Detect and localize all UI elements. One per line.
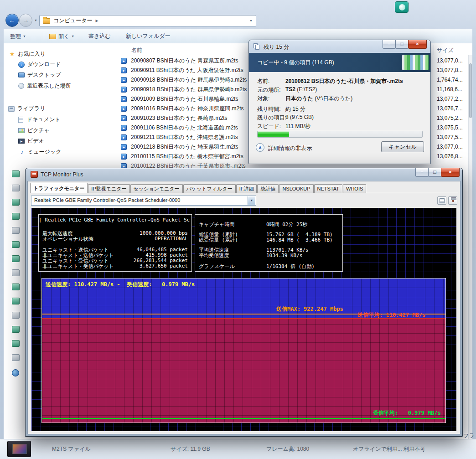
sidebar-tree-item-icon[interactable] <box>12 185 20 191</box>
copy-progress-bar <box>257 131 423 138</box>
sidebar-tree-item-icon[interactable] <box>12 213 20 220</box>
info-value: OPERATIONAL <box>155 236 188 242</box>
file-size: 11,168,6... <box>437 85 469 94</box>
network-globe-icon[interactable] <box>12 369 19 376</box>
sidebar-tree-item-icon[interactable] <box>12 354 20 361</box>
offline-availability-label: オフラインで利用... 利用不可 <box>353 445 425 453</box>
tab-session-monitor[interactable]: セッションモニター <box>130 184 183 193</box>
media-file-icon: ▶ <box>121 96 127 102</box>
media-file-icon: ▶ <box>121 77 127 83</box>
dialog-titlebar[interactable]: 残り 15 分 −□× <box>249 40 430 53</box>
tab-statistics[interactable]: 統計値 <box>257 184 279 193</box>
sidebar-tree-item-icon[interactable] <box>12 241 20 248</box>
tcp-monitor-body: トラフィックモニターIP監視モニターセッションモニターパケットフィルターIF詳細… <box>27 181 460 434</box>
copy-progress-dialog: 残り 15 分 −□× コピー中 - 9 個の項目 (114 GB) 名前: 2… <box>248 40 431 164</box>
field-value: 約 15 分 <box>285 105 305 113</box>
sidebar-tree-item-icon[interactable] <box>12 170 20 177</box>
tab-whois[interactable]: WHOIS <box>343 184 366 193</box>
scrollbar-thumb[interactable] <box>469 63 472 118</box>
tab-packet-filter[interactable]: パケットフィルター <box>183 184 236 193</box>
tab-nslookup[interactable]: NSLOOKUP <box>279 184 313 193</box>
close-button[interactable]: × <box>408 40 427 49</box>
file-size: 13,077,5... <box>437 133 469 142</box>
hide-details-toggle[interactable]: ∧ <box>256 143 264 152</box>
maximize-button[interactable]: □ <box>395 40 409 49</box>
graph-grid <box>42 278 445 423</box>
burn-label: 書き込む <box>88 33 111 39</box>
tab-traffic-monitor[interactable]: トラフィックモニター <box>30 183 88 193</box>
file-size: 1,764,74... <box>437 75 469 85</box>
file-size: 13,077,0... <box>437 142 469 152</box>
info-value: 1/16384 倍 (自動) <box>266 263 315 269</box>
media-file-icon: ▶ <box>121 115 127 121</box>
sidebar-tree-item-icon[interactable] <box>12 199 20 206</box>
adapter-select[interactable]: Realtek PCIe GBE Family Controller-QoS P… <box>31 196 256 206</box>
chevron-down-icon: ▼ <box>23 35 26 38</box>
new-folder-button[interactable]: 新しいフォルダー <box>126 31 171 41</box>
tab-if-detail[interactable]: IF詳細 <box>236 184 257 193</box>
organize-button[interactable]: 整理▼ <box>10 31 26 41</box>
report-icon <box>440 198 445 203</box>
adapter-select-value: Realtek PCIe GBE Family Controller-QoS P… <box>34 197 246 203</box>
field-value: TS2 (F:\TS2) <box>285 86 317 93</box>
forward-button[interactable]: → <box>19 14 32 27</box>
sidebar-tree-item-icon[interactable] <box>12 284 20 290</box>
combo-arrow-icon[interactable]: ▼ <box>248 196 255 205</box>
sidebar-tree-item-icon[interactable] <box>12 312 20 319</box>
info-label: グラフスケール <box>199 263 266 270</box>
field-value: 日本のうた (V:\日本のうた) <box>285 95 352 103</box>
breadcrumb[interactable]: コンピューター <box>53 17 92 25</box>
sidebar-tree-item-icon[interactable] <box>12 326 20 333</box>
info-value: 0時間 02分 25秒 <box>266 222 307 227</box>
address-bar[interactable]: コンピューター ▶ ▼ <box>39 15 256 26</box>
open-icon <box>49 34 56 39</box>
details-pane: M2TS ファイル サイズ: 11.9 GB フレーム高: 1080 オフライン… <box>0 439 476 459</box>
history-dropdown-icon[interactable]: ▼ <box>34 19 37 22</box>
sidebar-tree-item-icon[interactable] <box>12 255 20 262</box>
sidebar-tree-item-icon[interactable] <box>12 340 20 347</box>
capture-stats-panel: キャプチャ時間0時間 02分 25秒 総送信量 (累計)15.762 GB ( … <box>195 214 343 272</box>
report-button[interactable] <box>437 196 446 205</box>
address-dropdown-icon[interactable]: ▼ <box>249 19 253 22</box>
desktop-gadget-icon[interactable] <box>395 1 409 13</box>
field-label: 名前: <box>257 77 269 85</box>
pin-button[interactable] <box>448 196 457 205</box>
copy-files-icon <box>254 43 260 50</box>
hide-details-label[interactable]: 詳細情報の非表示 <box>268 144 312 152</box>
traffic-graph: 送信速度: 110.427 MB/s - 受信速度: 0.979 MB/s 送信… <box>41 278 446 423</box>
cancel-button[interactable]: キャンセル <box>381 141 424 152</box>
tcp-monitor-app-icon <box>31 171 38 178</box>
back-button[interactable]: ← <box>5 14 19 27</box>
close-button[interactable]: × <box>441 168 460 177</box>
vertical-scrollbar[interactable] <box>468 55 472 439</box>
field-label: 対象: <box>257 95 269 103</box>
tab-ip-monitor[interactable]: IP監視モニター <box>88 184 129 193</box>
window-controls: −□× <box>383 40 427 49</box>
tab-strip: トラフィックモニターIP監視モニターセッションモニターパケットフィルターIF詳細… <box>30 183 367 193</box>
chevron-down-icon: ▼ <box>71 35 74 38</box>
window-controls: −□× <box>416 168 460 177</box>
sidebar-tree-item-icon[interactable] <box>12 269 20 276</box>
window-titlebar[interactable]: TCP Monitor Plus −□× <box>26 168 462 181</box>
sidebar-tree-item-icon[interactable] <box>12 298 20 304</box>
minimize-button[interactable]: − <box>383 40 396 49</box>
open-label: 開く <box>58 33 69 40</box>
info-value: 1034.39 KB/s <box>266 253 302 258</box>
minimize-button[interactable]: − <box>415 168 429 177</box>
file-size: 13,076,7... <box>437 104 469 113</box>
tab-netstat[interactable]: NETSTAT <box>314 184 342 193</box>
organize-label: 整理 <box>10 33 21 40</box>
column-header-size[interactable]: サイズ <box>434 45 469 55</box>
media-file-icon: ▶ <box>121 144 127 150</box>
info-label: 総受信量 (累計) <box>199 237 266 243</box>
open-button[interactable]: 開く▼ <box>49 31 74 41</box>
sidebar-tree-item-icon[interactable] <box>12 227 20 234</box>
send-max-label: 送信MAX: 922.247 Mbps <box>276 305 343 313</box>
breadcrumb-separator-icon[interactable]: ▶ <box>95 19 98 23</box>
file-size: 13,077,2... <box>437 94 469 104</box>
burn-button[interactable]: 書き込む <box>88 31 111 41</box>
media-file-icon: ▶ <box>121 87 127 93</box>
file-thumbnail <box>7 441 31 457</box>
maximize-button[interactable]: □ <box>428 168 441 177</box>
media-file-icon: ▶ <box>121 67 127 73</box>
